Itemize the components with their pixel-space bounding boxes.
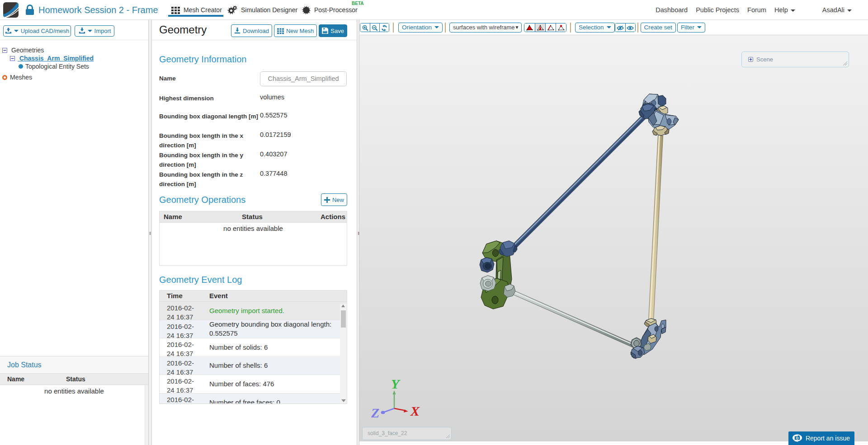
svg-text:Y: Y [391, 376, 401, 391]
svg-text:Z: Z [371, 405, 379, 420]
svg-text:X: X [410, 403, 420, 418]
